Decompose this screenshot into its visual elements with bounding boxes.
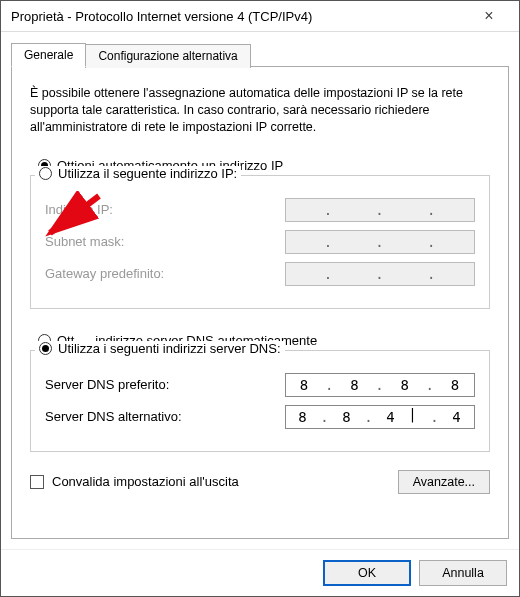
- validate-label: Convalida impostazioni all'uscita: [52, 474, 239, 489]
- checkbox-icon: [30, 475, 44, 489]
- close-icon[interactable]: ×: [469, 7, 509, 25]
- tabpanel-general: È possibile ottenere l'assegnazione auto…: [11, 66, 509, 539]
- tab-general[interactable]: Generale: [11, 43, 86, 67]
- subnet-label: Subnet mask:: [45, 234, 125, 249]
- subnet-row: Subnet mask: ...: [45, 230, 475, 254]
- footer: OK Annulla: [1, 549, 519, 596]
- ip-address-input: ...: [285, 198, 475, 222]
- dns-manual-fieldset: Utilizza i seguenti indirizzi server DNS…: [30, 350, 490, 452]
- dns-alternate-input[interactable]: 8. 8. 4|. 4: [285, 405, 475, 429]
- cancel-button[interactable]: Annulla: [419, 560, 507, 586]
- dns-preferred-row: Server DNS preferito: 8. 8. 8. 8: [45, 373, 475, 397]
- radio-ip-manual[interactable]: Utilizza il seguente indirizzo IP:: [35, 166, 241, 181]
- body: Generale Configurazione alternativa È po…: [1, 32, 519, 549]
- dialog-window: Proprietà - Protocollo Internet versione…: [0, 0, 520, 597]
- dns-alternate-row: Server DNS alternativo: 8. 8. 4|. 4: [45, 405, 475, 429]
- dns-preferred-input[interactable]: 8. 8. 8. 8: [285, 373, 475, 397]
- radio-icon: [39, 167, 52, 180]
- tab-alternate-config[interactable]: Configurazione alternativa: [85, 44, 250, 68]
- radio-icon: [39, 342, 52, 355]
- description-text: È possibile ottenere l'assegnazione auto…: [30, 85, 490, 136]
- advanced-button[interactable]: Avanzate...: [398, 470, 490, 494]
- gateway-label: Gateway predefinito:: [45, 266, 164, 281]
- ip-address-label: Indirizzo IP:: [45, 202, 113, 217]
- radio-dns-manual[interactable]: Utilizza i seguenti indirizzi server DNS…: [35, 341, 285, 356]
- window-title: Proprietà - Protocollo Internet versione…: [11, 9, 312, 24]
- ok-button[interactable]: OK: [323, 560, 411, 586]
- radio-ip-manual-label: Utilizza il seguente indirizzo IP:: [58, 166, 237, 181]
- radio-dns-manual-label: Utilizza i seguenti indirizzi server DNS…: [58, 341, 281, 356]
- titlebar: Proprietà - Protocollo Internet versione…: [1, 1, 519, 32]
- gateway-input: ...: [285, 262, 475, 286]
- tabset: Generale Configurazione alternativa: [11, 42, 509, 66]
- subnet-input: ...: [285, 230, 475, 254]
- bottom-row: Convalida impostazioni all'uscita Avanza…: [30, 470, 490, 494]
- validate-checkbox[interactable]: Convalida impostazioni all'uscita: [30, 474, 239, 489]
- ip-address-row: Indirizzo IP: ...: [45, 198, 475, 222]
- dns-preferred-label: Server DNS preferito:: [45, 377, 169, 392]
- gateway-row: Gateway predefinito: ...: [45, 262, 475, 286]
- dns-alternate-label: Server DNS alternativo:: [45, 409, 182, 424]
- ip-manual-fieldset: Utilizza il seguente indirizzo IP: Indir…: [30, 175, 490, 309]
